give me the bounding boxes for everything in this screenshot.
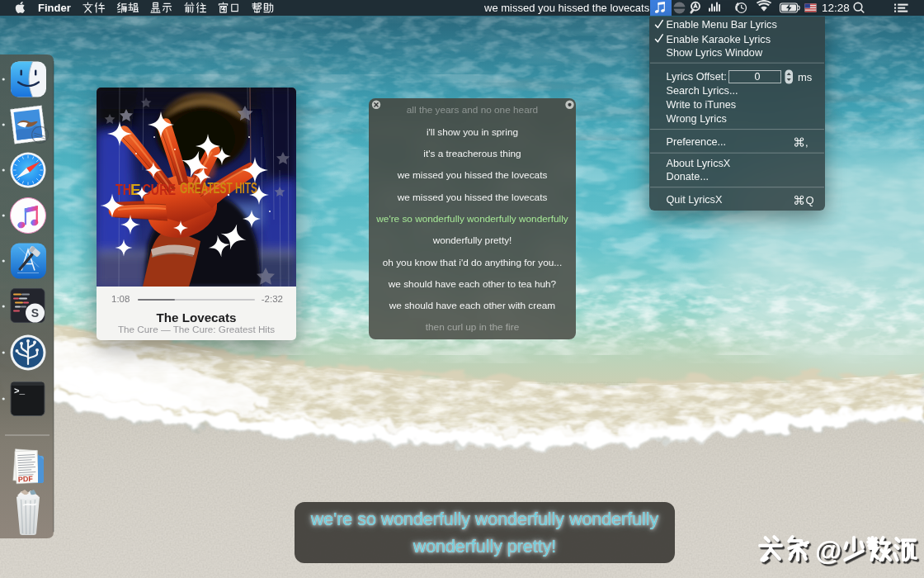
svg-text:@: @ (815, 535, 842, 566)
svg-text:Q: Q (806, 194, 814, 206)
svg-text:12:28: 12:28 (822, 2, 850, 14)
svg-text:PDF: PDF (17, 475, 33, 484)
svg-text:E: E (130, 181, 141, 198)
svg-text:0: 0 (755, 71, 761, 83)
svg-text:we missed you hissed the lovec: we missed you hissed the lovecats (483, 2, 650, 14)
svg-text:,: , (805, 136, 808, 149)
svg-text:Finder: Finder (38, 2, 71, 14)
svg-text:THE CURE: THE CURE (116, 181, 176, 198)
svg-text:ms: ms (798, 71, 813, 83)
svg-text:>_: >_ (14, 386, 26, 396)
svg-text:S: S (31, 306, 39, 320)
svg-text:GREATEST HITS: GREATEST HITS (180, 180, 257, 197)
